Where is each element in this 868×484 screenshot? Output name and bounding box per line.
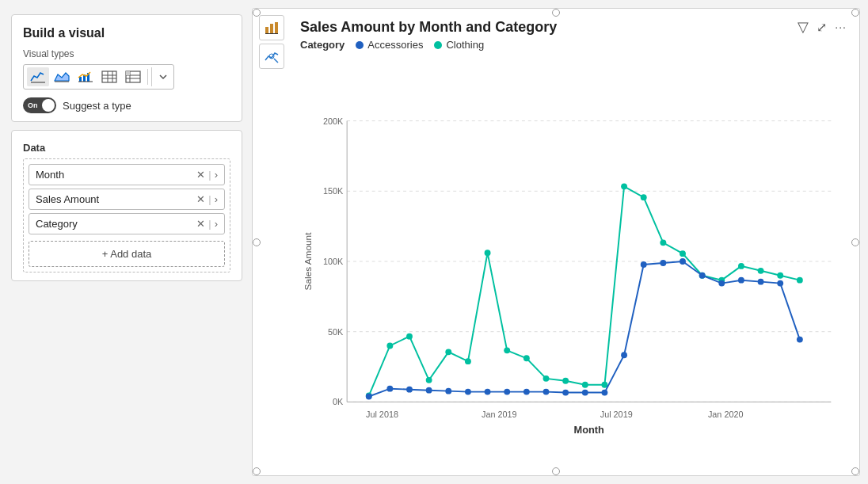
analytics-toolbar-btn[interactable] bbox=[259, 44, 284, 69]
panel-title: Build a visual bbox=[23, 26, 230, 40]
svg-point-80 bbox=[699, 272, 706, 279]
visual-types-row bbox=[23, 64, 174, 90]
add-data-button[interactable]: + Add data bbox=[29, 241, 225, 267]
combo-chart-icon[interactable] bbox=[74, 67, 97, 86]
more-options-icon[interactable]: ··· bbox=[835, 21, 847, 33]
svg-text:50K: 50K bbox=[328, 327, 344, 337]
clothing-line bbox=[369, 186, 800, 395]
handle-bottom-left[interactable] bbox=[253, 467, 261, 475]
matrix-icon[interactable] bbox=[122, 67, 144, 86]
svg-rect-16 bbox=[126, 71, 130, 75]
chart-title: Sales Amount by Month and Category bbox=[300, 19, 557, 36]
svg-point-71 bbox=[523, 389, 530, 395]
svg-point-66 bbox=[426, 387, 432, 394]
svg-point-83 bbox=[758, 279, 764, 285]
field-name-month: Month bbox=[36, 169, 196, 181]
toggle-label: On bbox=[28, 101, 38, 109]
handle-bottom-middle[interactable] bbox=[552, 467, 560, 475]
svg-marker-1 bbox=[55, 73, 69, 81]
svg-rect-7 bbox=[102, 71, 116, 82]
field-actions-month: ✕ | › bbox=[196, 169, 218, 181]
chart-header: Sales Amount by Month and Category ▽ ⤢ ·… bbox=[300, 18, 847, 36]
svg-point-82 bbox=[738, 277, 744, 284]
svg-point-49 bbox=[543, 375, 550, 382]
clothing-dots bbox=[366, 183, 803, 398]
field-name-category: Category bbox=[36, 218, 196, 230]
svg-text:Jan 2020: Jan 2020 bbox=[708, 410, 744, 419]
data-card: Data Month ✕ | › Sales Amount ✕ | › bbox=[11, 130, 242, 281]
svg-text:Jul 2018: Jul 2018 bbox=[366, 410, 398, 419]
svg-point-72 bbox=[543, 389, 550, 395]
svg-rect-3 bbox=[79, 77, 82, 82]
field-clear-month[interactable]: ✕ bbox=[196, 169, 205, 181]
svg-point-45 bbox=[465, 358, 471, 364]
svg-point-43 bbox=[426, 377, 432, 383]
suggest-text: Suggest a type bbox=[63, 100, 131, 112]
svg-point-85 bbox=[797, 337, 803, 343]
svg-point-63 bbox=[366, 394, 372, 400]
field-row-category: Category ✕ | › bbox=[29, 213, 225, 234]
svg-point-42 bbox=[406, 333, 413, 340]
svg-point-46 bbox=[485, 250, 491, 256]
svg-point-54 bbox=[641, 194, 647, 200]
svg-point-73 bbox=[562, 390, 569, 396]
suggest-toggle[interactable]: On bbox=[23, 97, 56, 113]
field-expand-sales[interactable]: › bbox=[215, 193, 218, 205]
svg-point-62 bbox=[797, 277, 803, 284]
svg-point-79 bbox=[680, 258, 686, 265]
field-name-sales: Sales Amount bbox=[36, 193, 196, 205]
focus-icon[interactable]: ⤢ bbox=[817, 20, 827, 35]
svg-rect-17 bbox=[265, 27, 268, 33]
svg-point-56 bbox=[680, 250, 686, 257]
handle-top-middle[interactable] bbox=[552, 9, 560, 17]
svg-point-68 bbox=[465, 389, 471, 395]
svg-point-84 bbox=[777, 280, 783, 287]
left-panel: Build a visual Visual types bbox=[8, 8, 246, 476]
accessories-label: Accessories bbox=[367, 39, 423, 51]
svg-point-51 bbox=[582, 382, 588, 388]
chart-legend: Category Accessories Clothing bbox=[300, 39, 847, 51]
area-chart-icon[interactable] bbox=[51, 67, 73, 86]
app-container: Build a visual Visual types bbox=[0, 0, 868, 484]
field-clear-category[interactable]: ✕ bbox=[196, 218, 205, 230]
handle-middle-left[interactable] bbox=[253, 238, 261, 246]
legend-item-accessories: Accessories bbox=[356, 39, 423, 51]
handle-bottom-right[interactable] bbox=[851, 467, 859, 475]
svg-text:200K: 200K bbox=[323, 116, 344, 126]
field-actions-category: ✕ | › bbox=[196, 218, 218, 230]
field-row-month: Month ✕ | › bbox=[29, 164, 225, 185]
svg-line-22 bbox=[274, 59, 278, 63]
svg-point-77 bbox=[641, 261, 647, 268]
svg-point-78 bbox=[660, 260, 666, 266]
svg-text:150K: 150K bbox=[323, 186, 344, 196]
chart-actions: ▽ ⤢ ··· bbox=[798, 18, 847, 36]
svg-point-76 bbox=[621, 352, 627, 358]
field-expand-category[interactable]: › bbox=[215, 218, 218, 230]
svg-text:100K: 100K bbox=[323, 257, 344, 266]
accessories-dot bbox=[356, 41, 364, 49]
svg-point-50 bbox=[562, 378, 569, 384]
bar-chart-toolbar-btn[interactable] bbox=[259, 15, 284, 40]
handle-middle-right[interactable] bbox=[851, 238, 859, 246]
svg-point-69 bbox=[485, 389, 491, 395]
field-expand-month[interactable]: › bbox=[215, 169, 218, 181]
field-clear-sales[interactable]: ✕ bbox=[196, 193, 205, 205]
filter-icon[interactable]: ▽ bbox=[798, 18, 809, 36]
svg-point-61 bbox=[777, 272, 783, 279]
svg-point-67 bbox=[445, 388, 451, 394]
table-icon[interactable] bbox=[98, 67, 120, 86]
y-axis-label: Sales Amount bbox=[303, 232, 314, 291]
svg-point-60 bbox=[758, 268, 764, 274]
legend-item-clothing: Clothing bbox=[434, 39, 484, 51]
chart-svg: Sales Amount 200K 150K 100K 50K 0K Ju bbox=[300, 55, 847, 467]
chart-area: Sales Amount 200K 150K 100K 50K 0K Ju bbox=[300, 55, 847, 467]
visual-types-more[interactable] bbox=[151, 67, 170, 86]
svg-point-70 bbox=[504, 389, 510, 395]
clothing-label: Clothing bbox=[446, 39, 484, 51]
line-chart-icon[interactable] bbox=[27, 67, 49, 86]
handle-top-right[interactable] bbox=[851, 9, 859, 17]
svg-point-55 bbox=[660, 239, 666, 246]
svg-text:Jan 2019: Jan 2019 bbox=[482, 410, 517, 419]
chart-panel: Sales Amount by Month and Category ▽ ⤢ ·… bbox=[252, 8, 860, 476]
svg-rect-18 bbox=[270, 24, 273, 33]
